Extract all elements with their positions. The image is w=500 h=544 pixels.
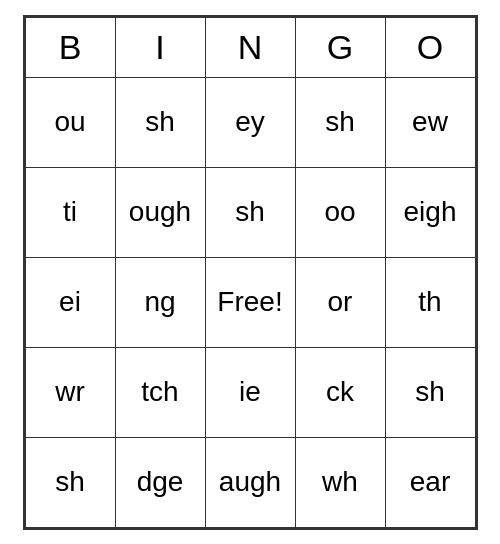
table-cell: Free! [205, 257, 295, 347]
table-cell: eigh [385, 167, 475, 257]
table-cell: ie [205, 347, 295, 437]
table-cell: sh [385, 347, 475, 437]
table-row: shdgeaughwhear [25, 437, 475, 527]
header-row: BINGO [25, 17, 475, 77]
table-cell: ei [25, 257, 115, 347]
table-cell: sh [295, 77, 385, 167]
bingo-card: BINGO ousheyshewtioughshooeigheingFree!o… [23, 15, 478, 530]
table-cell: oo [295, 167, 385, 257]
header-cell: O [385, 17, 475, 77]
bingo-table: BINGO ousheyshewtioughshooeigheingFree!o… [25, 17, 476, 528]
table-cell: wh [295, 437, 385, 527]
header-cell: I [115, 17, 205, 77]
table-cell: augh [205, 437, 295, 527]
bingo-body: ousheyshewtioughshooeigheingFree!orthwrt… [25, 77, 475, 527]
table-cell: ew [385, 77, 475, 167]
table-row: tioughshooeigh [25, 167, 475, 257]
table-cell: ng [115, 257, 205, 347]
table-cell: dge [115, 437, 205, 527]
header-cell: N [205, 17, 295, 77]
table-row: eingFree!orth [25, 257, 475, 347]
table-cell: sh [205, 167, 295, 257]
table-cell: ear [385, 437, 475, 527]
header-cell: G [295, 17, 385, 77]
table-cell: ough [115, 167, 205, 257]
table-cell: th [385, 257, 475, 347]
table-cell: sh [25, 437, 115, 527]
table-cell: ck [295, 347, 385, 437]
table-row: wrtchiecksh [25, 347, 475, 437]
header-cell: B [25, 17, 115, 77]
table-cell: ey [205, 77, 295, 167]
table-cell: wr [25, 347, 115, 437]
table-row: ousheyshew [25, 77, 475, 167]
table-cell: ti [25, 167, 115, 257]
table-cell: ou [25, 77, 115, 167]
table-cell: or [295, 257, 385, 347]
table-cell: tch [115, 347, 205, 437]
table-cell: sh [115, 77, 205, 167]
